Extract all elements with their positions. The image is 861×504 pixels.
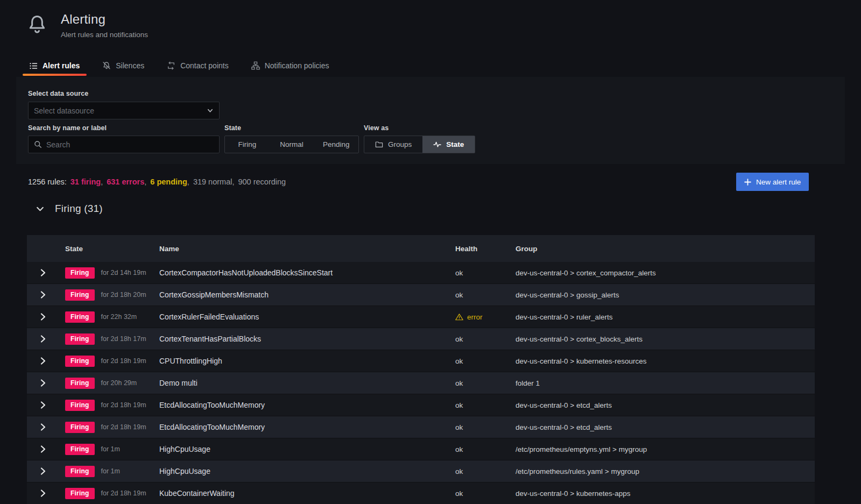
table-row: Firing for 2d 18h 20m CortexGossipMember… bbox=[27, 284, 815, 306]
expand-row-button[interactable] bbox=[37, 487, 49, 499]
view-as-label: View as bbox=[364, 124, 389, 132]
firing-state-badge: Firing bbox=[65, 378, 95, 389]
health-cell: ok bbox=[455, 445, 516, 453]
filter-panel: Select data source Select datasource Sea… bbox=[16, 77, 845, 164]
tab-notification-policies[interactable]: Notification policies bbox=[244, 58, 336, 77]
expand-row-button[interactable] bbox=[37, 267, 49, 279]
summary-recording: 900 recording bbox=[238, 178, 286, 186]
datasource-placeholder: Select datasource bbox=[34, 107, 94, 115]
state-option-firing[interactable]: Firing bbox=[225, 136, 270, 153]
expand-row-button[interactable] bbox=[37, 289, 49, 301]
alerting-bell-icon bbox=[27, 13, 47, 37]
health-status: ok bbox=[455, 291, 463, 299]
health-status: ok bbox=[455, 489, 463, 498]
tab-label: Alert rules bbox=[43, 61, 80, 70]
state-cell: Firing for 2d 18h 19m bbox=[59, 400, 159, 411]
firing-state-badge: Firing bbox=[65, 400, 95, 411]
new-alert-rule-label: New alert rule bbox=[756, 178, 801, 186]
tab-bar: Alert rules Silences Contact points bbox=[23, 58, 336, 77]
health-cell: ok bbox=[455, 357, 516, 365]
rule-name: CortexGossipMembersMismatch bbox=[159, 290, 455, 299]
rule-group: dev-us-central-0 > gossip_alerts bbox=[516, 291, 815, 299]
tab-contact-points[interactable]: Contact points bbox=[160, 58, 236, 77]
health-status: ok bbox=[455, 335, 463, 343]
loop-arrows-icon bbox=[167, 61, 175, 70]
view-as-groups-button[interactable]: Groups bbox=[364, 136, 422, 153]
datasource-label: Select data source bbox=[28, 90, 88, 97]
health-cell: ok bbox=[455, 335, 516, 343]
firing-duration: for 2d 18h 19m bbox=[101, 357, 146, 365]
rules-total: 1256 rules: bbox=[28, 178, 67, 186]
view-as-state-button[interactable]: State bbox=[422, 136, 475, 153]
rule-name: KubeContainerWaiting bbox=[159, 489, 455, 498]
expand-row-button[interactable] bbox=[37, 443, 49, 455]
health-cell: ok bbox=[455, 467, 516, 475]
search-box bbox=[28, 136, 220, 153]
rule-group: folder 1 bbox=[516, 379, 815, 387]
rule-group: dev-us-central-0 > etcd_alerts bbox=[516, 423, 815, 431]
rule-name: HighCpuUsage bbox=[159, 445, 455, 453]
health-status: error bbox=[467, 313, 483, 321]
expand-cell bbox=[27, 421, 59, 433]
firing-section-header: Firing (31) bbox=[34, 203, 103, 215]
firing-duration: for 2d 18h 17m bbox=[101, 335, 146, 343]
summary-pending: 6 pending bbox=[150, 178, 187, 186]
rule-group: dev-us-central-0 > cortex_blocks_alerts bbox=[516, 335, 815, 343]
state-option-pending[interactable]: Pending bbox=[314, 136, 358, 153]
firing-duration: for 2d 18h 19m bbox=[101, 401, 146, 409]
firing-duration: for 1m bbox=[101, 467, 120, 475]
table-row: Firing for 2d 18h 19m EtcdAllocatingTooM… bbox=[27, 394, 815, 416]
health-status: ok bbox=[455, 357, 463, 365]
state-cell: Firing for 1m bbox=[59, 466, 159, 477]
state-cell: Firing for 2d 18h 19m bbox=[59, 422, 159, 433]
firing-duration: for 22h 32m bbox=[101, 313, 137, 321]
tab-alert-rules[interactable]: Alert rules bbox=[23, 58, 87, 77]
health-cell: ok bbox=[455, 269, 516, 277]
state-cell: Firing for 2d 14h 19m bbox=[59, 267, 159, 279]
expand-cell bbox=[27, 289, 59, 301]
summary-errors: 631 errors bbox=[107, 178, 144, 186]
expand-row-button[interactable] bbox=[37, 333, 49, 345]
collapse-chevron-icon[interactable] bbox=[34, 203, 46, 215]
tab-silences[interactable]: Silences bbox=[95, 58, 151, 77]
expand-row-button[interactable] bbox=[37, 355, 49, 367]
rule-group: dev-us-central-0 > kubernetes-resources bbox=[516, 357, 815, 365]
column-header-state: State bbox=[59, 245, 159, 253]
datasource-select[interactable]: Select datasource bbox=[28, 102, 220, 119]
separator: , bbox=[144, 178, 146, 186]
rule-name: CPUThrottlingHigh bbox=[159, 357, 455, 365]
rules-table: State Name Health Group Firing for 2d 14… bbox=[27, 235, 815, 504]
expand-row-button[interactable] bbox=[37, 399, 49, 411]
expand-row-button[interactable] bbox=[37, 421, 49, 433]
rule-name: EtcdAllocatingTooMuchMemory bbox=[159, 401, 455, 409]
expand-cell bbox=[27, 399, 59, 411]
rule-name: HighCpuUsage bbox=[159, 467, 455, 475]
firing-duration: for 2d 18h 19m bbox=[101, 423, 146, 431]
table-row: Firing for 20h 29m Demo multi ok folder … bbox=[27, 372, 815, 394]
separator: , bbox=[101, 178, 103, 186]
new-alert-rule-button[interactable]: New alert rule bbox=[736, 173, 809, 191]
expand-cell bbox=[27, 487, 59, 499]
state-option-normal[interactable]: Normal bbox=[270, 136, 314, 153]
rules-summary: 1256 rules:31 firing,631 errors,6 pendin… bbox=[28, 178, 286, 186]
summary-firing: 31 firing bbox=[70, 178, 101, 186]
search-input[interactable] bbox=[46, 140, 214, 149]
expand-cell bbox=[27, 377, 59, 389]
expand-row-button[interactable] bbox=[37, 311, 49, 323]
health-status: ok bbox=[455, 445, 463, 453]
firing-state-badge: Firing bbox=[65, 311, 95, 323]
state-cell: Firing for 20h 29m bbox=[59, 378, 159, 389]
expand-row-button[interactable] bbox=[37, 377, 49, 389]
warning-icon bbox=[455, 313, 463, 321]
health-cell: ok bbox=[455, 379, 516, 387]
expand-cell bbox=[27, 465, 59, 477]
firing-state-badge: Firing bbox=[65, 488, 95, 499]
firing-duration: for 2d 14h 19m bbox=[101, 269, 146, 276]
expand-cell bbox=[27, 267, 59, 279]
tab-label: Contact points bbox=[180, 61, 229, 70]
table-row: Firing for 1m HighCpuUsage ok /etc/prome… bbox=[27, 460, 815, 482]
expand-cell bbox=[27, 443, 59, 455]
expand-row-button[interactable] bbox=[37, 465, 49, 477]
health-status: ok bbox=[455, 423, 463, 431]
table-row: Firing for 2d 18h 17m CortexTenantHasPar… bbox=[27, 328, 815, 350]
